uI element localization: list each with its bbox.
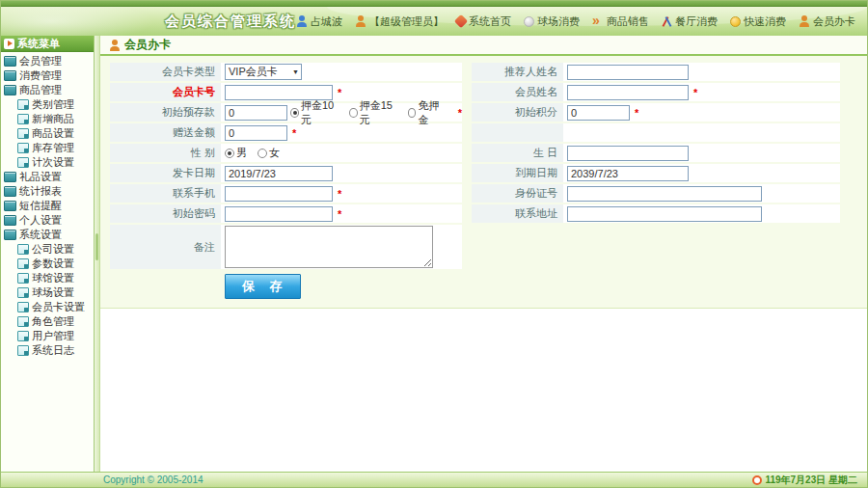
page-icon bbox=[17, 302, 29, 312]
page-icon bbox=[17, 99, 29, 110]
sidebar-item-role-mgmt[interactable]: 角色管理 bbox=[1, 314, 94, 329]
row-card-type: 会员卡类型 VIP会员卡 ▼ bbox=[110, 63, 462, 81]
spacer-label bbox=[472, 123, 563, 142]
nav-username-label: 占城波 bbox=[311, 14, 342, 29]
sidebar-item-company-setting[interactable]: 公司设置 bbox=[1, 242, 94, 257]
nav-goods-sale[interactable]: »商品销售 bbox=[592, 14, 649, 29]
nav-member-card-label: 会员办卡 bbox=[813, 14, 855, 29]
id-number-label: 身份证号 bbox=[472, 184, 563, 203]
remark-textarea[interactable] bbox=[225, 226, 433, 268]
initial-deposit-input[interactable] bbox=[225, 105, 287, 121]
deposit15-radio[interactable] bbox=[349, 108, 358, 118]
nav-username[interactable]: 占城波 bbox=[296, 14, 342, 29]
sidebar-item-sms[interactable]: 短信提醒 bbox=[1, 199, 94, 213]
card-type-value: VIP会员卡 bbox=[229, 65, 278, 79]
sidebar-item-count-setting[interactable]: 计次设置 bbox=[1, 155, 94, 170]
nav-member-card[interactable]: 会员办卡 bbox=[799, 14, 855, 29]
sidebar-item-system-log[interactable]: 系统日志 bbox=[1, 343, 94, 358]
initial-points-input[interactable] bbox=[567, 105, 630, 121]
splitter-handle[interactable] bbox=[95, 233, 98, 260]
required-mark: * bbox=[693, 87, 697, 98]
issue-date-label: 发卡日期 bbox=[110, 164, 221, 182]
birthday-label: 生 日 bbox=[472, 144, 563, 162]
page-title: 会员办卡 bbox=[124, 37, 171, 53]
folder-icon bbox=[4, 215, 16, 226]
page-icon bbox=[17, 331, 29, 341]
sidebar-item-card-setting[interactable]: 会员卡设置 bbox=[1, 300, 94, 314]
sidebar-item-report[interactable]: 统计报表 bbox=[1, 184, 94, 199]
row-member-name: 会员姓名 * bbox=[472, 83, 840, 101]
required-mark: * bbox=[458, 107, 462, 119]
nav-restaurant-consume[interactable]: 餐厅消费 bbox=[662, 14, 718, 29]
sidebar-item-goods-mgmt[interactable]: 商品管理 bbox=[1, 83, 94, 97]
referrer-name-input[interactable] bbox=[567, 65, 689, 80]
initial-deposit-label: 初始预存款 bbox=[110, 103, 221, 122]
sale-icon: » bbox=[592, 15, 604, 27]
id-number-input[interactable] bbox=[567, 186, 762, 202]
issue-date-input[interactable] bbox=[225, 166, 333, 181]
nav-court-consume[interactable]: 球场消费 bbox=[524, 14, 580, 29]
expire-date-input[interactable] bbox=[567, 166, 689, 181]
sidebar-item-personal-setting[interactable]: 个人设置 bbox=[1, 213, 94, 228]
sidebar-item-category-mgmt[interactable]: 类别管理 bbox=[1, 97, 94, 112]
nav-goods-sale-label: 商品销售 bbox=[607, 14, 649, 29]
folder-icon bbox=[4, 172, 16, 182]
card-type-select[interactable]: VIP会员卡 ▼ bbox=[225, 64, 302, 80]
nav-role[interactable]: 【超级管理员】 bbox=[355, 14, 444, 29]
phone-input[interactable] bbox=[225, 186, 333, 202]
sidebar-item-label: 球馆设置 bbox=[32, 271, 74, 285]
nav-restaurant-consume-label: 餐厅消费 bbox=[675, 14, 718, 29]
nav-home-label: 系统首页 bbox=[469, 14, 511, 29]
sidebar-splitter[interactable] bbox=[95, 36, 100, 472]
no-deposit-label: 免押金 bbox=[418, 98, 445, 127]
row-issue-date: 发卡日期 bbox=[110, 164, 462, 182]
sidebar-item-label: 用户管理 bbox=[32, 329, 74, 343]
app-title: 会员综合管理系统 bbox=[165, 13, 296, 31]
sidebar-item-stock-mgmt[interactable]: 库存管理 bbox=[1, 141, 94, 155]
row-gender: 性 别 男 女 bbox=[110, 144, 462, 162]
sidebar-item-venue-setting[interactable]: 球馆设置 bbox=[1, 271, 94, 285]
address-input[interactable] bbox=[567, 206, 762, 222]
user-icon bbox=[296, 15, 308, 27]
required-mark: * bbox=[338, 188, 341, 200]
gender-male-radio[interactable] bbox=[225, 149, 234, 158]
content-area: 系统菜单 会员管理 消费管理 商品管理 类别管理 新增商品 商品设置 库存管理 … bbox=[1, 36, 867, 472]
sidebar-item-court-setting[interactable]: 球场设置 bbox=[1, 285, 94, 300]
gender-female-radio[interactable] bbox=[258, 149, 267, 158]
gift-amount-input[interactable] bbox=[225, 125, 287, 141]
deposit10-radio[interactable] bbox=[290, 108, 299, 118]
sidebar-item-consume-mgmt[interactable]: 消费管理 bbox=[1, 68, 94, 83]
sidebar-item-goods-setting[interactable]: 商品设置 bbox=[1, 126, 94, 141]
sidebar-item-gift-setting[interactable]: 礼品设置 bbox=[1, 170, 94, 184]
top-nav: 占城波 【超级管理员】 系统首页 球场消费 »商品销售 餐厅消费 快速消费 会员… bbox=[296, 14, 867, 29]
sidebar-item-member-mgmt[interactable]: 会员管理 bbox=[1, 54, 94, 68]
nav-home[interactable]: 系统首页 bbox=[456, 14, 511, 29]
gender-male-label: 男 bbox=[236, 146, 247, 160]
password-input[interactable] bbox=[225, 206, 333, 222]
sidebar-item-label: 礼品设置 bbox=[19, 170, 62, 184]
sidebar-item-param-setting[interactable]: 参数设置 bbox=[1, 257, 94, 271]
row-phone: 联系手机 * bbox=[110, 184, 462, 203]
no-deposit-radio[interactable] bbox=[408, 108, 417, 118]
nav-role-label: 【超级管理员】 bbox=[369, 14, 444, 29]
card-type-label: 会员卡类型 bbox=[110, 63, 221, 81]
page-icon bbox=[17, 345, 29, 356]
save-button[interactable]: 保 存 bbox=[225, 274, 301, 299]
member-name-input[interactable] bbox=[567, 85, 689, 100]
folder-icon bbox=[4, 70, 16, 81]
sidebar-item-user-mgmt[interactable]: 用户管理 bbox=[1, 329, 94, 343]
birthday-input[interactable] bbox=[567, 146, 689, 161]
dropdown-caret-icon: ▼ bbox=[292, 68, 299, 75]
sidebar-item-system-setting[interactable]: 系统设置 bbox=[1, 228, 94, 242]
sidebar-menu: 会员管理 消费管理 商品管理 类别管理 新增商品 商品设置 库存管理 计次设置 … bbox=[1, 52, 94, 358]
spacer-row bbox=[472, 123, 840, 142]
sidebar-item-label: 库存管理 bbox=[32, 141, 74, 155]
card-number-label: 会员卡号 bbox=[110, 83, 221, 101]
deposit10-label: 押金10元 bbox=[301, 98, 339, 127]
password-label: 初始密码 bbox=[110, 204, 221, 223]
sidebar-item-add-goods[interactable]: 新增商品 bbox=[1, 112, 94, 126]
nav-quick-consume[interactable]: 快速消费 bbox=[730, 14, 786, 29]
sidebar-item-label: 类别管理 bbox=[32, 97, 74, 112]
sidebar-header: 系统菜单 bbox=[1, 36, 94, 52]
nav-court-consume-label: 球场消费 bbox=[537, 14, 580, 29]
